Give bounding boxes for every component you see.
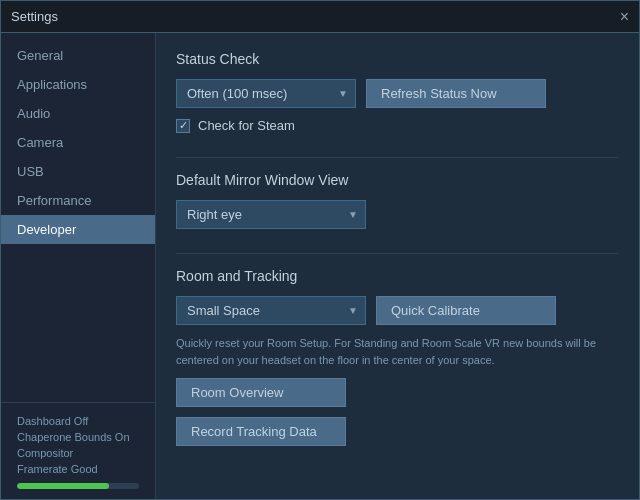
quick-calibrate-button[interactable]: Quick Calibrate bbox=[376, 296, 556, 325]
settings-window: Settings × General Applications Audio Ca… bbox=[0, 0, 640, 500]
check-steam-row: ✓ Check for Steam bbox=[176, 118, 619, 133]
frequency-select-wrapper: Often (100 msec) Sometimes (500 msec) Ra… bbox=[176, 79, 356, 108]
titlebar: Settings × bbox=[1, 1, 639, 33]
sidebar-item-camera[interactable]: Camera bbox=[1, 128, 155, 157]
record-tracking-button[interactable]: Record Tracking Data bbox=[176, 417, 346, 446]
main-panel: Status Check Often (100 msec) Sometimes … bbox=[156, 33, 639, 499]
window-title: Settings bbox=[11, 9, 58, 24]
close-button[interactable]: × bbox=[620, 9, 629, 25]
space-select-wrapper: Small Space Room Scale Standing Only ▼ bbox=[176, 296, 366, 325]
check-steam-label: Check for Steam bbox=[198, 118, 295, 133]
mirror-window-title: Default Mirror Window View bbox=[176, 172, 619, 188]
record-tracking-row: Record Tracking Data bbox=[176, 417, 619, 446]
space-select[interactable]: Small Space Room Scale Standing Only bbox=[176, 296, 366, 325]
mirror-view-row: Right eye Left eye Distorted ▼ bbox=[176, 200, 619, 229]
status-check-title: Status Check bbox=[176, 51, 619, 67]
chaperone-status: Chaperone Bounds On bbox=[17, 429, 139, 445]
sidebar-nav: General Applications Audio Camera USB Pe… bbox=[1, 33, 155, 402]
divider-2 bbox=[176, 253, 619, 254]
main-content: General Applications Audio Camera USB Pe… bbox=[1, 33, 639, 499]
mirror-window-section: Default Mirror Window View Right eye Lef… bbox=[176, 172, 619, 229]
room-overview-button[interactable]: Room Overview bbox=[176, 378, 346, 407]
checkbox-check-icon: ✓ bbox=[179, 120, 188, 131]
room-overview-row: Room Overview bbox=[176, 378, 619, 407]
mirror-view-select-wrapper: Right eye Left eye Distorted ▼ bbox=[176, 200, 366, 229]
frequency-select[interactable]: Often (100 msec) Sometimes (500 msec) Ra… bbox=[176, 79, 356, 108]
divider-1 bbox=[176, 157, 619, 158]
sidebar-item-performance[interactable]: Performance bbox=[1, 186, 155, 215]
room-tracking-hint: Quickly reset your Room Setup. For Stand… bbox=[176, 335, 619, 368]
sidebar-item-general[interactable]: General bbox=[1, 41, 155, 70]
sidebar-item-developer[interactable]: Developer bbox=[1, 215, 155, 244]
performance-bar-fill bbox=[17, 483, 109, 489]
performance-bar bbox=[17, 483, 139, 489]
framerate-status: Framerate Good bbox=[17, 461, 139, 477]
status-check-section: Status Check Often (100 msec) Sometimes … bbox=[176, 51, 619, 133]
refresh-status-button[interactable]: Refresh Status Now bbox=[366, 79, 546, 108]
compositor-status: Compositor bbox=[17, 445, 139, 461]
sidebar-item-usb[interactable]: USB bbox=[1, 157, 155, 186]
dashboard-status: Dashboard Off bbox=[17, 413, 139, 429]
sidebar-footer: Dashboard Off Chaperone Bounds On Compos… bbox=[1, 402, 155, 499]
sidebar: General Applications Audio Camera USB Pe… bbox=[1, 33, 156, 499]
room-tracking-section: Room and Tracking Small Space Room Scale… bbox=[176, 268, 619, 446]
room-tracking-row: Small Space Room Scale Standing Only ▼ Q… bbox=[176, 296, 619, 325]
room-tracking-title: Room and Tracking bbox=[176, 268, 619, 284]
sidebar-item-applications[interactable]: Applications bbox=[1, 70, 155, 99]
sidebar-item-audio[interactable]: Audio bbox=[1, 99, 155, 128]
check-steam-checkbox[interactable]: ✓ bbox=[176, 119, 190, 133]
status-check-row: Often (100 msec) Sometimes (500 msec) Ra… bbox=[176, 79, 619, 108]
mirror-view-select[interactable]: Right eye Left eye Distorted bbox=[176, 200, 366, 229]
